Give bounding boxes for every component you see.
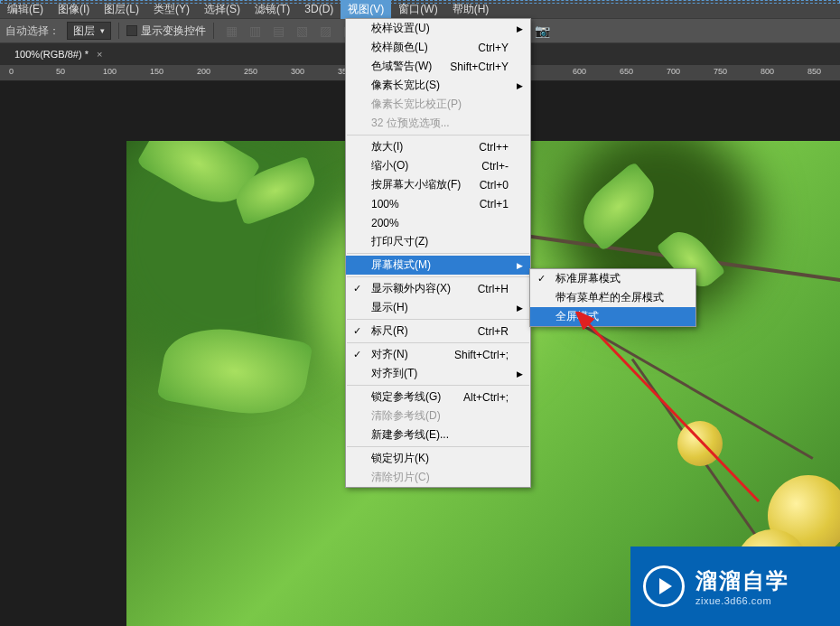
align-icon[interactable]: ▨ xyxy=(315,21,335,41)
menu-item: 像素长宽比校正(P) xyxy=(346,95,530,114)
camera-icon[interactable]: 📷 xyxy=(532,21,552,41)
menu-item[interactable]: 新建参考线(E)... xyxy=(346,425,530,444)
layer-select-value: 图层 xyxy=(73,23,95,39)
menu-item[interactable]: ✓标尺(R)Ctrl+R xyxy=(346,322,530,341)
menu-item[interactable]: 对齐到(T)▶ xyxy=(346,364,530,383)
ruler-tick: 650 xyxy=(620,67,633,76)
menu-shortcut: Shift+Ctrl+Y xyxy=(450,61,509,73)
ruler-tick: 250 xyxy=(244,67,257,76)
view-dropdown-menu: 校样设置(U)▶校样颜色(L)Ctrl+Y色域警告(W)Shift+Ctrl+Y… xyxy=(345,18,531,488)
window-selection-border xyxy=(0,0,840,4)
menu-item-label: 锁定切片(K) xyxy=(371,451,429,466)
menu-item[interactable]: ✓显示额外内容(X)Ctrl+H xyxy=(346,279,530,298)
menu-item-label: 像素长宽比(S) xyxy=(371,78,440,93)
menu-item-label: 200% xyxy=(371,217,399,229)
menu-separator xyxy=(347,276,529,277)
ruler-tick: 0 xyxy=(9,67,14,76)
menu-item-label: 显示(H) xyxy=(371,300,408,315)
document-tab-label: 100%(RGB/8#) * xyxy=(14,49,89,60)
checkbox-icon xyxy=(126,25,137,36)
menu-item: 32 位预览选项... xyxy=(346,114,530,133)
menu-item-label: 校样设置(U) xyxy=(371,21,430,36)
menu-item-label: 锁定参考线(G) xyxy=(371,389,441,405)
menu-item-label: 打印尺寸(Z) xyxy=(371,234,428,249)
menu-item-label: 色域警告(W) xyxy=(371,59,432,74)
submenu-item[interactable]: ✓标准屏幕模式 xyxy=(530,269,695,288)
menu-separator xyxy=(347,319,529,320)
menu-item[interactable]: 显示(H)▶ xyxy=(346,298,530,317)
menu-item[interactable]: 打印尺寸(Z) xyxy=(346,232,530,251)
submenu-arrow-icon: ▶ xyxy=(517,261,523,270)
menu-shortcut: Shift+Ctrl+; xyxy=(454,349,509,361)
menu-item-label: 放大(I) xyxy=(371,139,403,154)
menu-item-label: 清除切片(C) xyxy=(371,470,430,485)
ruler-tick: 700 xyxy=(667,67,680,76)
menu-item[interactable]: ✓对齐(N)Shift+Ctrl+; xyxy=(346,345,530,364)
check-icon: ✓ xyxy=(353,283,361,294)
show-transform-checkbox[interactable]: 显示变换控件 xyxy=(126,23,206,39)
menu-separator xyxy=(347,385,529,386)
submenu-item-label: 带有菜单栏的全屏模式 xyxy=(555,290,664,305)
check-icon: ✓ xyxy=(353,349,361,360)
close-icon[interactable]: × xyxy=(97,49,102,60)
document-tab[interactable]: 100%(RGB/8#) * × xyxy=(5,45,111,63)
menu-item-label: 对齐(N) xyxy=(371,347,408,362)
check-icon: ✓ xyxy=(353,325,361,337)
ruler-tick: 800 xyxy=(761,67,774,76)
menu-item-label: 32 位预览选项... xyxy=(371,116,450,131)
menu-shortcut: Ctrl+1 xyxy=(480,198,509,210)
show-transform-label: 显示变换控件 xyxy=(141,23,206,39)
menu-item-label: 标尺(R) xyxy=(371,323,408,339)
menu-shortcut: Alt+Ctrl+; xyxy=(463,391,509,404)
submenu-arrow-icon: ▶ xyxy=(517,369,523,378)
align-icon[interactable]: ▦ xyxy=(221,21,241,41)
ruler-tick: 50 xyxy=(56,67,65,76)
auto-select-label: 自动选择： xyxy=(5,23,60,39)
layer-group-select[interactable]: 图层 ▾ xyxy=(67,22,111,40)
check-icon: ✓ xyxy=(537,273,546,285)
menu-item: 清除参考线(D) xyxy=(346,406,530,425)
menu-item[interactable]: 校样颜色(L)Ctrl+Y xyxy=(346,38,530,57)
ruler-tick: 100 xyxy=(103,67,117,76)
menu-item-label: 按屏幕大小缩放(F) xyxy=(371,177,461,192)
menu-shortcut: Ctrl++ xyxy=(479,141,509,154)
menu-item[interactable]: 锁定切片(K) xyxy=(346,449,530,468)
menu-item[interactable]: 按屏幕大小缩放(F)Ctrl+0 xyxy=(346,175,530,194)
svg-line-0 xyxy=(585,321,759,501)
align-icon[interactable]: ▧ xyxy=(292,21,312,41)
menu-item[interactable]: 100%Ctrl+1 xyxy=(346,194,530,213)
submenu-item-label: 标准屏幕模式 xyxy=(555,271,621,286)
toolbar-divider xyxy=(213,23,214,39)
submenu-arrow-icon: ▶ xyxy=(517,81,523,90)
menu-item-label: 100% xyxy=(371,198,399,210)
annotation-arrow xyxy=(569,312,786,519)
menu-item[interactable]: 屏幕模式(M)▶ xyxy=(346,256,530,275)
menu-separator xyxy=(347,135,529,135)
menu-item[interactable]: 放大(I)Ctrl++ xyxy=(346,137,530,156)
watermark-title: 溜溜自学 xyxy=(695,566,789,595)
align-icon[interactable]: ▥ xyxy=(245,21,265,41)
align-icons: ▦ ▥ ▤ ▧ ▨ ▩ xyxy=(221,21,359,41)
menu-item[interactable]: 色域警告(W)Shift+Ctrl+Y xyxy=(346,57,530,76)
ruler-tick: 200 xyxy=(197,67,210,76)
menu-item[interactable]: 200% xyxy=(346,213,530,232)
menu-item-label: 屏幕模式(M) xyxy=(371,257,431,273)
submenu-item[interactable]: 带有菜单栏的全屏模式 xyxy=(530,288,695,307)
menu-item-label: 对齐到(T) xyxy=(371,366,417,381)
watermark-badge: 溜溜自学 zixue.3d66.com xyxy=(630,547,840,626)
menu-shortcut: Ctrl+H xyxy=(478,283,509,295)
align-icon[interactable]: ▤ xyxy=(268,21,288,41)
submenu-arrow-icon: ▶ xyxy=(517,24,523,33)
menu-item[interactable]: 锁定参考线(G)Alt+Ctrl+; xyxy=(346,388,530,406)
menu-separator xyxy=(347,446,529,447)
submenu-arrow-icon: ▶ xyxy=(517,304,523,313)
ruler-tick: 300 xyxy=(291,67,304,76)
play-icon xyxy=(643,565,685,607)
menu-item[interactable]: 校样设置(U)▶ xyxy=(346,19,530,38)
ruler-tick: 150 xyxy=(150,67,163,76)
menu-shortcut: Ctrl+R xyxy=(478,325,509,338)
toolbar-divider xyxy=(118,23,119,39)
menu-item[interactable]: 像素长宽比(S)▶ xyxy=(346,76,530,95)
menu-item[interactable]: 缩小(O)Ctrl+- xyxy=(346,156,530,175)
menu-item-label: 清除参考线(D) xyxy=(371,408,441,424)
